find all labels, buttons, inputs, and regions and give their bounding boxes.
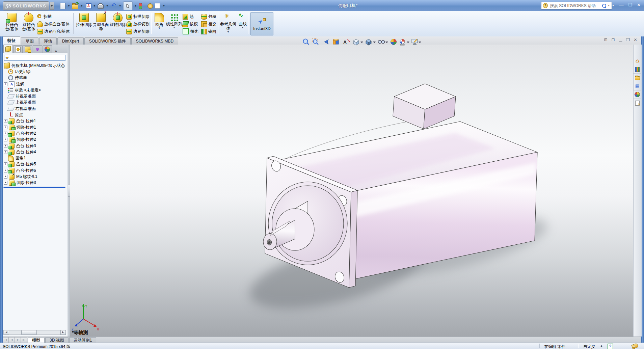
scroll-right-arrow[interactable]: ▶ [60,330,66,335]
doc-new-window-icon[interactable]: ⊞ [603,37,608,42]
tab-scroll-first[interactable]: |◀ [3,337,9,343]
tree-row[interactable]: +切除-拉伸2 [3,137,68,143]
task-resources-button[interactable]: ⌂ [634,57,641,65]
tab-model[interactable]: 模型 [28,337,45,343]
restore-button[interactable]: ❐ [628,2,632,7]
ribbon-curves-button[interactable]: 曲线 ▼ [237,12,249,29]
help-button[interactable]: ? ▼ [608,2,615,7]
ribbon-rib-button[interactable]: 筋 [183,13,198,20]
expand-toggle[interactable]: + [4,138,7,141]
publish-dropdown[interactable]: ▼ [93,4,96,7]
tab-scroll-last[interactable]: ▶| [21,337,27,343]
tab-dimxpertmanager[interactable]: ⊕ [33,45,42,53]
view-settings-icon[interactable] [412,39,418,45]
tree-row[interactable]: +凸台-拉伸1 [3,118,68,124]
task-view-palette-button[interactable]: ▦ [634,82,641,90]
expand-toggle[interactable]: + [4,126,7,129]
ribbon-reference-geometry-button[interactable]: 参考几何体 ▼ [220,12,237,33]
select-tool-button[interactable] [123,1,133,10]
curves-flyout-arrow[interactable]: ▼ [241,26,244,29]
options-icon[interactable] [155,3,160,9]
rollback-bar[interactable] [3,187,65,188]
previous-view-icon[interactable] [324,39,328,44]
tree-horizontal-scrollbar[interactable]: ◀ ▶ [3,330,66,335]
zoom-area-icon[interactable] [313,38,318,45]
ribbon-extrude-boss-button[interactable]: 拉伸凸台/基体 [3,12,20,31]
tab-3d-views[interactable]: 3D 视图 [45,337,69,343]
tab-scroll-prev[interactable]: ◀ [9,337,15,343]
ribbon-shell-button[interactable]: 抽壳 [183,28,198,35]
tree-row[interactable]: 材质 <未指定> [3,87,68,93]
ribbon-extrude-cut-button[interactable]: 拉伸切除 [76,12,92,27]
minimize-button[interactable]: — [619,2,623,7]
hide-show-items-icon[interactable] [378,41,385,44]
expand-toggle[interactable]: + [4,175,7,179]
tree-row[interactable]: +切除-拉伸3 [3,180,68,186]
tab-evaluate[interactable]: 评估 [39,37,57,45]
status-tag-icon[interactable] [631,343,638,349]
display-style-dropdown[interactable] [373,42,376,43]
tab-addins[interactable]: SOLIDWORKS 插件 [84,37,131,45]
tree-row[interactable]: 原点 [3,112,68,118]
task-custom-properties-button[interactable] [634,99,641,107]
tab-scroll-next[interactable]: ▶ [15,337,21,343]
stamp-icon[interactable] [147,3,153,9]
print-icon[interactable] [98,4,104,9]
ribbon-revolve-boss-button[interactable]: 旋转凸台/基体 [20,12,37,31]
search-input[interactable] [549,3,600,8]
expand-toggle[interactable]: + [4,132,7,135]
task-appearances-button[interactable] [634,90,641,99]
tree-row[interactable]: +M5 螺纹孔1 [3,173,68,180]
instant3d-toggle-button[interactable]: Instant3D [250,12,273,35]
tree-root-row[interactable]: 伺服电机 (MHMJ08<显示状态 [3,62,68,69]
tree-row[interactable]: 上视基准面 [3,100,68,106]
panel-splitter[interactable] [68,45,70,337]
help-search-box[interactable]: ? ▼ [541,2,612,9]
refgeo-flyout-arrow[interactable]: ▼ [227,31,230,33]
edit-appearance-icon[interactable] [391,39,397,45]
expand-toggle[interactable]: + [4,162,7,166]
open-icon[interactable] [72,4,78,9]
splitter-grip[interactable] [68,185,70,197]
tab-displaymanager[interactable] [43,45,52,53]
tab-sketch[interactable]: 草图 [21,37,38,45]
doc-tile-icon[interactable]: ⊟ [611,37,616,42]
ribbon-wrap-button[interactable]: 包覆 [201,13,216,20]
ribbon-hole-wizard-button[interactable]: 异型孔向导 [92,12,109,31]
tab-configurationmanager[interactable] [23,45,32,53]
ribbon-draft-button[interactable]: 拔模 [183,20,198,28]
publish-icon[interactable]: A [86,3,91,9]
expand-toggle[interactable]: + [4,119,7,123]
tree-row[interactable]: +凸台-拉伸4 [3,149,68,155]
expand-toggle[interactable]: + [4,82,7,86]
status-help-icon[interactable]: ? [608,344,613,349]
ribbon-mirror-button[interactable]: 镜向 [201,28,216,35]
tab-propertymanager[interactable] [13,45,23,53]
tree-row[interactable]: +切除-拉伸1 [3,124,68,130]
view-orientation-icon[interactable] [353,39,359,45]
view-orientation-dropdown[interactable] [360,42,363,43]
expand-toggle[interactable]: + [4,144,7,148]
task-file-explorer-button[interactable] [634,74,641,82]
view-settings-dropdown[interactable] [419,42,421,43]
tab-dimxpert[interactable]: DimXpert [57,37,84,45]
ribbon-sweep-cut-button[interactable]: 扫描切除 [126,13,150,20]
tab-motion-study[interactable]: 运动算例1 [69,337,97,343]
graphics-viewport[interactable]: Y X Z *等轴测 [70,45,633,337]
apply-scene-dropdown[interactable] [407,42,409,43]
ribbon-linear-pattern-button[interactable]: 线性阵列 ▼ [166,12,183,29]
tree-row[interactable]: 历史记录 [3,69,68,75]
reference-triad[interactable]: Y X Z [72,304,99,331]
options-dropdown[interactable]: ▼ [163,4,165,7]
tree-row[interactable]: 右视基准面 [3,106,68,112]
rebuild-icon[interactable] [139,3,142,9]
tree-row[interactable]: 传感器 [3,75,68,81]
apply-scene-icon[interactable] [400,39,405,45]
annotation-view-icon[interactable]: A [343,39,350,45]
tree-row[interactable]: +凸台-拉伸2 [3,130,68,136]
ribbon-boundary-cut-button[interactable]: 边界切除 [126,28,150,35]
tab-mbd[interactable]: SOLIDWORKS MBD [131,37,178,45]
ribbon-revolve-cut-button[interactable]: 旋转切除 [109,12,126,27]
display-style-icon[interactable] [366,39,371,45]
tree-row[interactable]: +凸台-拉伸3 [3,143,68,149]
